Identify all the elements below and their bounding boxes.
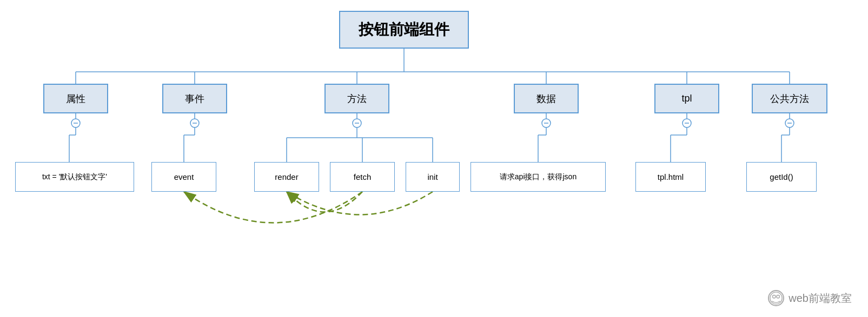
attr-node: 属性 (43, 84, 108, 113)
svg-point-29 (71, 119, 80, 127)
tpl-node: tpl (654, 84, 719, 113)
svg-point-42 (773, 295, 776, 298)
fetch-child-label: fetch (354, 172, 372, 181)
watermark: web前端教室 (768, 290, 852, 306)
method-label: 方法 (347, 92, 367, 105)
root-label: 按钮前端组件 (359, 19, 449, 40)
method-node: 方法 (324, 84, 389, 113)
svg-point-35 (542, 119, 551, 127)
event-child-node: event (151, 162, 216, 192)
public-child-label: getId() (770, 172, 793, 181)
tpl-label: tpl (681, 93, 692, 104)
root-node: 按钮前端组件 (339, 11, 469, 49)
attr-child-node: txt = '默认按钮文字' (15, 162, 134, 192)
svg-point-37 (683, 119, 691, 127)
attr-label: 属性 (66, 92, 85, 105)
diagram-container: 按钮前端组件 属性 事件 方法 数据 tpl 公共方法 txt = '默认按钮文… (0, 0, 868, 317)
tpl-child-label: tpl.html (658, 172, 684, 181)
svg-point-39 (785, 119, 794, 127)
svg-point-31 (190, 119, 199, 127)
watermark-icon (768, 290, 784, 306)
public-child-node: getId() (746, 162, 817, 192)
render-child-label: render (275, 172, 298, 181)
init-child-node: init (406, 162, 460, 192)
data-child-node: 请求api接口，获得json (471, 162, 606, 192)
event-label: 事件 (185, 92, 204, 105)
data-node: 数据 (514, 84, 579, 113)
event-child-label: event (174, 172, 194, 181)
tpl-child-node: tpl.html (635, 162, 706, 192)
data-child-label: 请求api接口，获得json (500, 172, 577, 182)
event-node: 事件 (162, 84, 227, 113)
init-child-label: init (427, 172, 438, 181)
public-node: 公共方法 (752, 84, 827, 113)
data-label: 数据 (536, 92, 556, 105)
attr-child-label: txt = '默认按钮文字' (42, 172, 107, 182)
render-child-node: render (254, 162, 319, 192)
public-label: 公共方法 (770, 92, 809, 105)
svg-point-33 (353, 119, 361, 127)
watermark-text: web前端教室 (789, 291, 852, 306)
fetch-child-node: fetch (330, 162, 395, 192)
svg-point-43 (777, 295, 780, 298)
